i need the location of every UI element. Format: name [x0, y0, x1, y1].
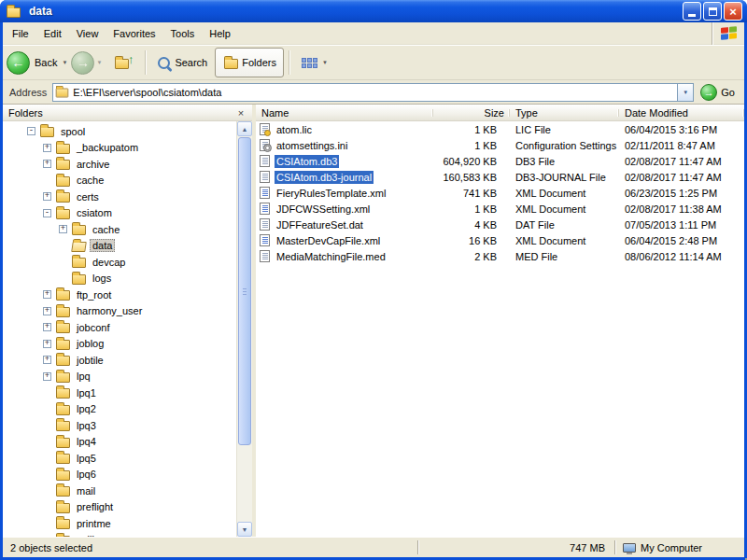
tree-item[interactable]: + _backupatom	[3, 140, 236, 157]
menu-item[interactable]: Tools	[163, 24, 203, 43]
folders-toggle-button[interactable]: Folders	[215, 48, 284, 77]
folder-icon	[56, 454, 70, 464]
tree-item[interactable]: + harmony_user	[3, 303, 236, 320]
tree-item[interactable]: lpq1	[3, 385, 236, 401]
expand-box[interactable]: +	[59, 225, 67, 233]
tree-item[interactable]: + joblog	[3, 336, 236, 353]
back-history-chevron-icon[interactable]: ▼	[62, 60, 67, 65]
tree-item[interactable]: - spool	[3, 123, 236, 140]
column-header-type[interactable]: Type	[510, 107, 619, 119]
tree-item[interactable]: devcap	[3, 254, 236, 271]
tree-item[interactable]: + lpq	[3, 369, 236, 385]
file-row[interactable]: JDFCWSSetting.xml 1 KB XML Document 02/0…	[256, 201, 744, 217]
expand-box[interactable]: +	[43, 160, 51, 168]
file-row[interactable]: atomsettings.ini 1 KB Configuration Sett…	[256, 137, 744, 153]
back-button[interactable]: ←	[7, 51, 30, 75]
file-name-label[interactable]: CSIAtom.db3	[275, 155, 339, 168]
menu-item[interactable]: View	[69, 24, 106, 43]
scroll-track[interactable]	[237, 136, 252, 522]
file-name-label[interactable]: CSIAtom.db3-journal	[275, 171, 374, 184]
tree-item[interactable]: printme	[3, 515, 236, 532]
views-icon	[302, 58, 317, 68]
tree-item[interactable]: data	[3, 238, 236, 255]
file-name-label[interactable]: JDFCWSSetting.xml	[275, 203, 372, 216]
tree-item[interactable]: + certs	[3, 189, 236, 205]
file-row[interactable]: CSIAtom.db3-journal 160,583 KB DB3-JOURN…	[256, 169, 744, 185]
close-folders-pane-button[interactable]: ×	[233, 107, 248, 119]
resize-grip[interactable]	[740, 553, 741, 554]
expand-box[interactable]: +	[43, 340, 51, 348]
address-input[interactable]	[73, 85, 677, 100]
tree-item[interactable]: mail	[3, 483, 236, 499]
tree-item-label: _backupatom	[74, 141, 141, 154]
tree-item-label: lpq5	[74, 452, 99, 465]
file-name-label[interactable]: atomsettings.ini	[275, 139, 349, 152]
expand-box[interactable]: -	[27, 127, 35, 135]
file-name-label[interactable]: MediaMatchingFile.med	[275, 250, 388, 263]
file-name-label[interactable]: FieryRulesTemplate.xml	[275, 187, 388, 200]
tree-item[interactable]: logs	[3, 271, 236, 287]
tree-item-label: joblog	[74, 337, 106, 350]
scroll-up-button[interactable]: ▲	[237, 121, 252, 136]
column-header-size[interactable]: Size	[433, 107, 510, 119]
back-button-label[interactable]: Back	[35, 57, 57, 68]
tree-item[interactable]: lpq6	[3, 467, 236, 483]
up-folder-icon: ↑	[115, 59, 129, 69]
tree-item[interactable]: preflight	[3, 499, 236, 516]
column-header-date-modified[interactable]: Date Modified	[619, 107, 744, 119]
tree-item-label: jobconf	[74, 321, 112, 334]
tree-item[interactable]: + ftp_root	[3, 287, 236, 303]
file-name-label[interactable]: atom.lic	[275, 123, 314, 136]
file-row[interactable]: MediaMatchingFile.med 2 KB MED File 08/0…	[256, 248, 744, 264]
file-row[interactable]: atom.lic 1 KB LIC File 06/04/2015 3:16 P…	[256, 121, 744, 137]
search-button-label: Search	[175, 57, 207, 68]
file-name-label[interactable]: MasterDevCapFile.xml	[275, 234, 382, 247]
go-button[interactable]: → Go	[700, 84, 735, 101]
file-row[interactable]: JDFFeatureSet.dat 4 KB DAT File 07/05/20…	[256, 217, 744, 232]
tree-item[interactable]: + jobtile	[3, 352, 236, 369]
forward-history-chevron-icon[interactable]: ▼	[96, 60, 102, 65]
tree-item[interactable]: cache	[3, 173, 236, 189]
menu-item[interactable]: Edit	[36, 24, 69, 43]
file-name-cell: atomsettings.ini	[256, 139, 433, 152]
scroll-thumb[interactable]	[238, 137, 251, 445]
address-dropdown-button[interactable]: ▼	[677, 84, 693, 101]
tree-item-label: lpq	[74, 370, 93, 383]
search-button[interactable]: Search	[150, 48, 215, 77]
minimize-button[interactable]	[683, 2, 701, 21]
menu-item[interactable]: File	[5, 24, 36, 43]
expand-box[interactable]: +	[43, 290, 51, 299]
file-row[interactable]: MasterDevCapFile.xml 16 KB XML Document …	[256, 232, 744, 248]
tree-item[interactable]: + jobconf	[3, 319, 236, 336]
column-header-name[interactable]: Name	[256, 107, 433, 119]
file-row[interactable]: CSIAtom.db3 604,920 KB DB3 File 02/08/20…	[256, 153, 744, 169]
tree-item[interactable]: + cache	[3, 221, 236, 238]
tree-item[interactable]: - csiatom	[3, 205, 236, 222]
menu-item[interactable]: Help	[202, 24, 238, 43]
menu-item[interactable]: Favorites	[106, 24, 162, 43]
expand-box[interactable]: +	[43, 144, 51, 152]
forward-button[interactable]: →	[71, 51, 94, 75]
back-arrow-icon: ←	[12, 55, 25, 70]
tree-item[interactable]: lpq4	[3, 434, 236, 451]
close-button[interactable]: ×	[724, 2, 742, 21]
tree-item[interactable]: lpq2	[3, 401, 236, 418]
tree-item[interactable]: + archive	[3, 156, 236, 173]
file-name-label[interactable]: JDFFeatureSet.dat	[275, 218, 365, 231]
tree-item[interactable]: lpq3	[3, 417, 236, 434]
expand-box[interactable]: +	[43, 372, 51, 381]
views-button[interactable]: ▼	[294, 48, 339, 77]
tree-item[interactable]: lpq5	[3, 450, 236, 467]
folders-pane-title: Folders	[7, 107, 233, 119]
expand-box[interactable]: +	[43, 307, 51, 315]
maximize-button[interactable]	[703, 2, 722, 21]
expand-box[interactable]: +	[43, 356, 51, 364]
file-icon	[260, 234, 270, 246]
up-button[interactable]: ↑	[106, 48, 140, 77]
file-row[interactable]: FieryRulesTemplate.xml 741 KB XML Docume…	[256, 185, 744, 201]
expand-box[interactable]: +	[43, 192, 51, 201]
expand-box[interactable]: -	[43, 209, 51, 217]
expand-box[interactable]: +	[43, 323, 51, 331]
scroll-down-button[interactable]: ▼	[237, 522, 252, 537]
addressbar: Address ▼ → Go	[3, 80, 744, 105]
